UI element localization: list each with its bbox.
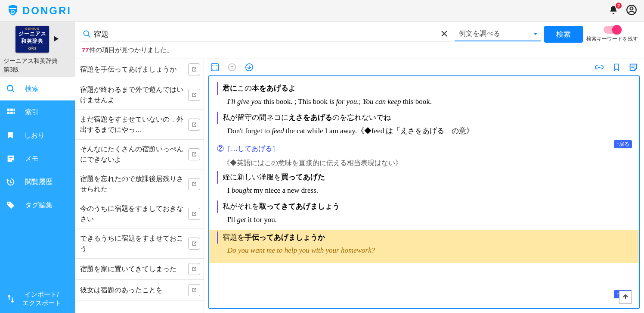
chevron-down-icon	[533, 31, 538, 37]
japanese-line: 姪に新しい洋服を買ってあげた	[217, 171, 631, 184]
nav-search[interactable]: 検索	[0, 77, 75, 100]
nav-bookmark[interactable]: しおり	[0, 124, 75, 147]
english-line: I'll give you this book. ; This book is …	[217, 96, 631, 108]
svg-point-21	[212, 69, 213, 69]
dictionary-next-button[interactable]	[53, 35, 59, 44]
english-line: I bought my niece a new dress.	[217, 185, 631, 197]
svg-rect-6	[10, 109, 13, 111]
toggle-knob	[612, 25, 622, 34]
collapse-button	[227, 63, 237, 72]
dictionary-selector: GENIUS ジーニアス 和英辞典 G和3 ジーニアス和英辞典 第3版	[0, 22, 75, 77]
japanese-line: 私が留守の間ネコにえさをあげるのを忘れないでね	[217, 112, 631, 124]
result-item[interactable]: 宿題を手伝ってあげましょうか	[75, 59, 204, 80]
svg-point-19	[212, 65, 213, 66]
open-in-new-button[interactable]	[188, 208, 200, 220]
search-mode-select[interactable]: 例文を調べる	[455, 27, 541, 41]
search-input[interactable]	[94, 29, 437, 39]
nav-memo[interactable]: メモ	[0, 147, 75, 170]
japanese-line: 私がそれを取ってきてあげましょう	[217, 200, 631, 213]
svg-text:D: D	[11, 9, 15, 15]
svg-point-2	[630, 7, 633, 10]
nav-history[interactable]: 閲覧履歴	[0, 170, 75, 194]
svg-rect-18	[211, 64, 219, 71]
keep-keyword-toggle[interactable]	[604, 26, 621, 34]
search-button[interactable]: 検索	[544, 26, 583, 43]
arrow-up-circle-icon	[227, 63, 237, 72]
arrow-down-circle-icon	[245, 63, 254, 72]
svg-line-4	[12, 90, 15, 93]
result-item[interactable]: できるうちに宿題をすませておこう	[75, 229, 204, 259]
svg-line-15	[88, 35, 90, 38]
result-item[interactable]: まだ宿題をすませていないの．外出するまでにやっ…	[75, 110, 204, 140]
open-in-new-button[interactable]	[188, 63, 200, 75]
result-item[interactable]: 彼女は宿題のあったことを	[75, 280, 204, 301]
open-in-new-button[interactable]	[188, 284, 200, 296]
result-list[interactable]: 宿題を手伝ってあげましょうか宿題が終わるまで外で遊んではいけませんよまだ宿題をす…	[75, 59, 204, 313]
svg-point-3	[7, 85, 13, 91]
detail-pane: 君にこの本をあげるよI'll give you this book. ; Thi…	[204, 59, 644, 313]
svg-rect-5	[7, 109, 10, 111]
open-in-new-button[interactable]	[188, 263, 200, 275]
result-item[interactable]: 宿題を忘れたので放課後居残りさせられた	[75, 169, 204, 199]
sense-heading: ②［…してあげる］	[217, 143, 631, 154]
nav-index[interactable]: 索引	[0, 100, 75, 124]
open-in-new-button[interactable]	[188, 178, 200, 190]
logo-text: DONGRI	[22, 5, 71, 17]
download-button[interactable]	[245, 63, 254, 72]
sidebar: GENIUS ジーニアス 和英辞典 G和3 ジーニアス和英辞典 第3版 検索 索…	[0, 22, 75, 313]
dictionary-cover[interactable]: GENIUS ジーニアス 和英辞典 G和3	[15, 26, 49, 53]
nav-tag[interactable]: タグ編集	[0, 194, 75, 217]
bookmark-icon	[6, 131, 15, 140]
detail-content[interactable]: 君にこの本をあげるよI'll give you this book. ; Thi…	[209, 76, 639, 308]
english-line: Don't forget to feed the cat while I am …	[217, 125, 631, 138]
toggle-label: 検索キーワードを残す	[586, 35, 638, 43]
dictionary-name: ジーニアス和英辞典 第3版	[3, 57, 71, 74]
clear-search-button[interactable]	[439, 29, 449, 39]
result-item[interactable]: 今のうちに宿題をすましておきなさい	[75, 199, 204, 229]
tag-icon	[6, 200, 15, 210]
open-in-new-icon	[191, 287, 198, 294]
expand-button[interactable]	[210, 63, 220, 72]
svg-rect-8	[7, 112, 10, 114]
result-item[interactable]: 宿題が終わるまで外で遊んではいけませんよ	[75, 80, 204, 110]
link-icon	[594, 63, 604, 72]
open-in-new-button[interactable]	[188, 89, 200, 101]
open-in-new-icon	[191, 210, 198, 217]
import-export-icon	[6, 294, 15, 304]
svg-point-22	[216, 69, 217, 69]
user-icon	[626, 4, 637, 16]
result-text: 宿題が終わるまで外で遊んではいけませんよ	[80, 85, 185, 105]
english-line: Do you want me to help you with your hom…	[217, 244, 631, 257]
result-text: できるうちに宿題をすませておこう	[80, 233, 185, 254]
scroll-top-button[interactable]	[619, 291, 632, 304]
notifications-button[interactable]: 2	[609, 5, 618, 16]
close-icon	[441, 30, 448, 37]
search-icon	[6, 84, 15, 94]
arrow-up-icon	[622, 293, 629, 301]
open-in-new-button[interactable]	[188, 238, 200, 250]
open-in-new-icon	[191, 181, 198, 188]
back-link-1[interactable]: ↑戻る	[614, 140, 632, 148]
open-in-new-button[interactable]	[188, 148, 200, 160]
open-in-new-icon	[191, 91, 198, 98]
expand-icon	[210, 63, 220, 72]
nav-import-export[interactable]: インポート/ エクスポート	[0, 286, 75, 313]
note-button[interactable]	[629, 63, 638, 72]
bookmark-button[interactable]	[612, 63, 621, 72]
result-item[interactable]: そんなにたくさんの宿題いっぺんにできないよ	[75, 140, 204, 169]
logo-shield-icon: D	[7, 4, 19, 17]
open-in-new-icon	[191, 66, 198, 73]
result-text: 宿題を家に置いてきてしまった	[80, 264, 185, 274]
svg-rect-10	[13, 112, 15, 114]
notification-badge: 2	[615, 2, 622, 9]
user-button[interactable]	[626, 4, 637, 17]
logo[interactable]: D DONGRI	[7, 4, 71, 17]
result-item[interactable]: 宿題を家に置いてきてしまった	[75, 259, 204, 280]
result-count: 77件の項目が見つかりました。	[81, 46, 638, 56]
open-in-new-icon	[191, 121, 198, 128]
detail-toolbar	[204, 59, 644, 75]
bookmark-outline-icon	[612, 63, 621, 72]
open-in-new-button[interactable]	[188, 119, 200, 131]
english-line: I'll get it for you.	[217, 214, 631, 226]
link-button[interactable]	[594, 63, 604, 72]
